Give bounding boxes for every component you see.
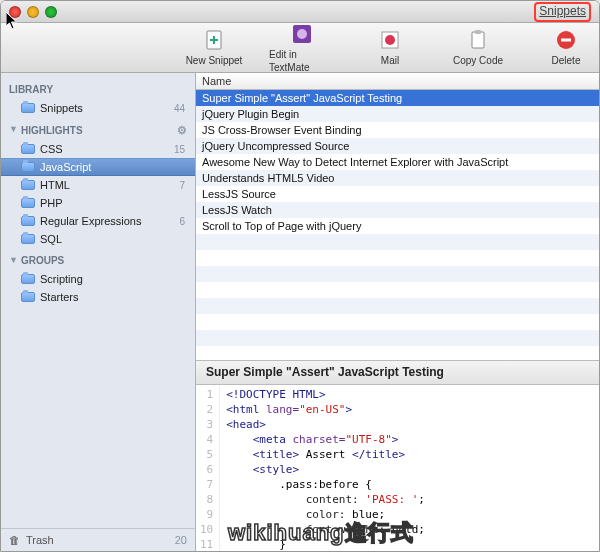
- svg-point-4: [385, 35, 395, 45]
- window-title: Snippets: [536, 4, 589, 20]
- svg-point-2: [297, 29, 307, 39]
- sidebar: LIBRARY Snippets 44 ▼ HIGHLIGHTS ⚙ CSS15…: [1, 73, 196, 551]
- list-row[interactable]: LessJS Source: [196, 186, 599, 202]
- list-row[interactable]: Super Simple "Assert" JavaScript Testing: [196, 90, 599, 106]
- list-row[interactable]: jQuery Plugin Begin: [196, 106, 599, 122]
- sidebar-item-count: 15: [174, 143, 189, 156]
- sidebar-item-label: Regular Expressions: [40, 214, 142, 228]
- folder-icon: [21, 144, 35, 154]
- list-row[interactable]: jQuery Uncompressed Source: [196, 138, 599, 154]
- list-row[interactable]: [196, 330, 599, 346]
- list-row[interactable]: Awesome New Way to Detect Internet Explo…: [196, 154, 599, 170]
- sidebar-item-snippets[interactable]: Snippets 44: [1, 99, 195, 117]
- list-row[interactable]: [196, 298, 599, 314]
- app-window: Snippets New Snippet Edit in TextMate Ma…: [0, 0, 600, 552]
- svg-rect-8: [561, 39, 571, 42]
- trash-label: Trash: [26, 533, 54, 547]
- list-row[interactable]: [196, 346, 599, 360]
- sidebar-item-label: Scripting: [40, 272, 83, 286]
- list-row[interactable]: [196, 282, 599, 298]
- sidebar-item-label: JavaScript: [40, 160, 91, 174]
- list-header-name[interactable]: Name: [196, 73, 599, 90]
- body: LIBRARY Snippets 44 ▼ HIGHLIGHTS ⚙ CSS15…: [1, 73, 599, 551]
- new-snippet-label: New Snippet: [186, 54, 243, 67]
- folder-icon: [21, 103, 35, 113]
- delete-button[interactable]: Delete: [533, 28, 599, 67]
- disclosure-icon: ▼: [9, 255, 18, 267]
- sidebar-item-scripting[interactable]: Scripting: [1, 270, 195, 288]
- disclosure-icon: ▼: [9, 124, 18, 136]
- window-controls: [9, 6, 57, 18]
- sidebar-trash[interactable]: 🗑 Trash 20: [1, 528, 195, 551]
- main-pane: Name Super Simple "Assert" JavaScript Te…: [196, 73, 599, 551]
- sidebar-item-label: Snippets: [40, 101, 83, 115]
- sidebar-item-css[interactable]: CSS15: [1, 140, 195, 158]
- edit-textmate-button[interactable]: Edit in TextMate: [269, 22, 335, 74]
- code-view[interactable]: 1 2 3 4 5 6 7 8 9 10 11 12 13 14 15 16 1…: [196, 385, 599, 551]
- detail-pane: Super Simple "Assert" JavaScript Testing…: [196, 360, 599, 551]
- list-row[interactable]: [196, 234, 599, 250]
- delete-label: Delete: [552, 54, 581, 67]
- detail-title: Super Simple "Assert" JavaScript Testing: [196, 361, 599, 385]
- code-content[interactable]: <!DOCTYPE HTML> <html lang="en-US"> <hea…: [220, 385, 425, 551]
- groups-header[interactable]: ▼GROUPS: [1, 248, 195, 270]
- zoom-window-button[interactable]: [45, 6, 57, 18]
- sidebar-item-php[interactable]: PHP: [1, 194, 195, 212]
- folder-icon: [21, 180, 35, 190]
- toolbar: New Snippet Edit in TextMate Mail Copy C…: [1, 23, 599, 73]
- gear-icon[interactable]: ⚙: [177, 123, 187, 137]
- mail-button[interactable]: Mail: [357, 28, 423, 67]
- sidebar-item-javascript[interactable]: JavaScript: [1, 158, 195, 176]
- mail-label: Mail: [381, 54, 399, 67]
- svg-rect-5: [472, 32, 484, 48]
- list-row[interactable]: LessJS Watch: [196, 202, 599, 218]
- delete-icon: [554, 28, 578, 52]
- clipboard-icon: [466, 28, 490, 52]
- snippet-list[interactable]: Super Simple "Assert" JavaScript Testing…: [196, 90, 599, 360]
- textmate-icon: [290, 22, 314, 46]
- sidebar-item-label: CSS: [40, 142, 63, 156]
- sidebar-item-label: PHP: [40, 196, 63, 210]
- trash-count: 20: [175, 533, 187, 547]
- minimize-window-button[interactable]: [27, 6, 39, 18]
- highlights-header[interactable]: ▼ HIGHLIGHTS ⚙: [1, 117, 195, 140]
- sidebar-item-label: HTML: [40, 178, 70, 192]
- sidebar-item-count: 6: [179, 215, 189, 228]
- copy-code-button[interactable]: Copy Code: [445, 28, 511, 67]
- new-snippet-button[interactable]: New Snippet: [181, 28, 247, 67]
- sidebar-item-label: Starters: [40, 290, 79, 304]
- sidebar-main: LIBRARY Snippets 44 ▼ HIGHLIGHTS ⚙ CSS15…: [1, 73, 195, 528]
- folder-icon: [21, 216, 35, 226]
- new-snippet-icon: [202, 28, 226, 52]
- folder-icon: [21, 234, 35, 244]
- svg-rect-6: [475, 30, 481, 34]
- edit-textmate-label: Edit in TextMate: [269, 48, 335, 74]
- sidebar-item-sql[interactable]: SQL: [1, 230, 195, 248]
- list-row[interactable]: [196, 266, 599, 282]
- sidebar-item-count: 44: [174, 102, 189, 115]
- list-row[interactable]: [196, 314, 599, 330]
- folder-icon: [21, 274, 35, 284]
- sidebar-item-label: SQL: [40, 232, 62, 246]
- titlebar[interactable]: Snippets: [1, 1, 599, 23]
- sidebar-item-html[interactable]: HTML7: [1, 176, 195, 194]
- stamp-icon: [378, 28, 402, 52]
- list-row[interactable]: Understands HTML5 Video: [196, 170, 599, 186]
- close-window-button[interactable]: [9, 6, 21, 18]
- sidebar-item-count: 7: [179, 179, 189, 192]
- folder-icon: [21, 198, 35, 208]
- folder-icon: [21, 292, 35, 302]
- sidebar-item-regex[interactable]: Regular Expressions6: [1, 212, 195, 230]
- list-row[interactable]: Scroll to Top of Page with jQuery: [196, 218, 599, 234]
- sidebar-item-starters[interactable]: Starters: [1, 288, 195, 306]
- library-header: LIBRARY: [1, 77, 195, 99]
- list-row[interactable]: [196, 250, 599, 266]
- copy-code-label: Copy Code: [453, 54, 503, 67]
- folder-icon: [21, 162, 35, 172]
- list-row[interactable]: JS Cross-Browser Event Binding: [196, 122, 599, 138]
- trash-icon: 🗑: [9, 533, 20, 547]
- line-gutter: 1 2 3 4 5 6 7 8 9 10 11 12 13 14 15 16 1…: [196, 385, 220, 551]
